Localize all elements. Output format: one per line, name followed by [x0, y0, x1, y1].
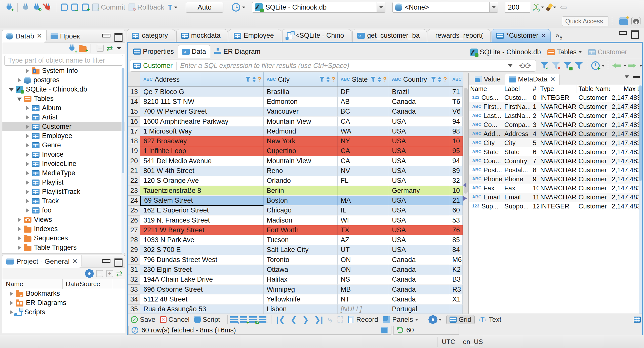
cell-address[interactable]: 319 N. Frances Street — [140, 215, 264, 225]
row-number[interactable]: 33 — [128, 285, 140, 294]
custom-filter-icon[interactable] — [575, 62, 583, 69]
editor-tab[interactable]: get_customer_ba — [352, 29, 427, 42]
locale-indicator[interactable]: en_US — [463, 335, 483, 348]
row-number[interactable]: 27 — [128, 225, 140, 235]
add-row-button[interactable]: + — [240, 316, 247, 323]
column-header-datasource[interactable]: DataSource — [63, 279, 113, 289]
dbeaver-perspective-icon[interactable] — [631, 17, 640, 25]
expand-arrow-icon[interactable] — [25, 115, 30, 120]
row-number[interactable]: 25 — [128, 206, 140, 215]
minimize-icon[interactable] — [102, 258, 109, 265]
tab-data[interactable]: Data — [178, 45, 210, 58]
cell-country[interactable]: Brazil — [389, 87, 449, 97]
cell-address[interactable]: 796 Dundas Street West — [140, 255, 264, 265]
row-number[interactable]: 16 — [128, 117, 140, 126]
metadata-row[interactable]: ABCFirst... FirstNa... 1 NVARCHAR Custom… — [469, 102, 642, 111]
cell-city[interactable]: Boston — [264, 196, 338, 205]
new-sql-editor-button[interactable]: + — [82, 4, 89, 11]
cell-city[interactable]: Orlando — [264, 176, 338, 186]
cell-country[interactable]: USA — [389, 126, 449, 136]
settings-button[interactable] — [429, 316, 442, 323]
metadata-row[interactable]: ABCAdd... Address 4 NVARCHAR Customer 2,… — [469, 129, 642, 138]
cell-country[interactable]: USA — [389, 156, 449, 166]
tree-item[interactable]: Sequences — [2, 234, 125, 243]
breadcrumb-table[interactable]: Customer — [588, 48, 627, 56]
expand-arrow-icon[interactable] — [25, 68, 30, 73]
grid-view-toggle[interactable]: Grid — [446, 315, 475, 324]
tab-projects[interactable]: Проек — [47, 30, 84, 42]
tree-item[interactable]: Album — [2, 103, 125, 113]
cell-city[interactable]: Halifax — [264, 275, 338, 285]
expand-arrow-icon[interactable] — [17, 217, 22, 222]
cell-address[interactable]: 801 W 4th Street — [140, 166, 264, 176]
next-page-icon[interactable] — [628, 63, 636, 68]
save-filter-icon[interactable] — [564, 62, 571, 69]
metadata-row[interactable]: ABCCou... Country 7 NVARCHAR Customer 2,… — [469, 156, 642, 165]
cell-city[interactable]: New York — [264, 136, 338, 146]
expand-arrow-icon[interactable] — [17, 236, 22, 241]
tab-metadata[interactable]: MetaData ✕ — [505, 74, 560, 85]
cell-postalcode-partial[interactable]: R3 — [449, 285, 463, 294]
maximize-icon[interactable] — [630, 30, 638, 36]
column-header-name[interactable]: Name — [2, 279, 63, 289]
commit-button[interactable]: ✓Commit — [92, 3, 125, 11]
cell-city[interactable]: Brasília — [264, 87, 338, 97]
tree-item[interactable]: Track — [2, 196, 125, 206]
expand-arrow-icon[interactable] — [9, 87, 14, 92]
cell-country[interactable]: USA — [389, 245, 449, 255]
row-number[interactable]: 19 — [128, 146, 140, 156]
transaction-history-button[interactable] — [232, 3, 245, 12]
view-menu-icon[interactable] — [117, 47, 121, 50]
cancel-button[interactable]: ✕Cancel — [160, 316, 190, 324]
column-filter-icon[interactable] — [319, 77, 325, 82]
cell-postalcode-partial[interactable]: T6 — [449, 97, 463, 107]
perspective-dba-icon[interactable] — [619, 17, 628, 25]
tree-item[interactable]: Artist — [2, 113, 125, 122]
expand-arrow-icon[interactable] — [25, 143, 30, 148]
column-header-table-name[interactable]: Table Name — [577, 85, 610, 93]
cell-postalcode-partial[interactable]: 71 — [449, 87, 463, 97]
row-number[interactable]: 28 — [128, 235, 140, 245]
column-header-max-length[interactable]: Max L — [610, 85, 642, 93]
new-connection-button[interactable]: + — [5, 3, 13, 12]
database-select-arrow[interactable] — [377, 2, 385, 12]
collapse-all-button[interactable]: – — [97, 45, 104, 52]
tree-item[interactable]: foo — [2, 206, 125, 215]
column-header[interactable]: ABC City ? — [264, 72, 338, 86]
close-icon[interactable]: ✕ — [72, 257, 78, 265]
tab-overflow-button[interactable]: »5 — [555, 31, 562, 42]
column-header-number[interactable]: # — [532, 85, 539, 93]
cell-city[interactable]: Redmond — [264, 126, 338, 136]
expand-arrow-icon[interactable] — [25, 106, 30, 111]
tree-item[interactable]: Employee — [2, 131, 125, 141]
metadata-row[interactable]: 123Sup... Suppo... 12 INTEGER Customer 2… — [469, 202, 642, 211]
reconnect-button[interactable]: ⟲ — [33, 3, 41, 12]
open-sql-editor-button[interactable]: → — [71, 4, 78, 11]
cell-state[interactable]: [NULL] — [338, 304, 389, 314]
editor-tab[interactable]: rewards_report( — [428, 29, 491, 42]
metadata-row[interactable]: ABCCo... Compa... 3 NVARCHAR Customer 2,… — [469, 120, 642, 129]
cell-state[interactable]: MA — [338, 196, 389, 205]
row-number[interactable]: 18 — [128, 136, 140, 146]
cell-country[interactable]: Portugal — [389, 304, 449, 314]
panels-button[interactable]: Panels — [383, 316, 418, 324]
cell-postalcode-partial[interactable]: 89 — [449, 166, 463, 176]
column-header-type[interactable]: Type — [539, 85, 577, 93]
cell-country[interactable]: USA — [389, 176, 449, 186]
cell-postalcode-partial[interactable]: 10 — [449, 136, 463, 146]
cell-postalcode-partial[interactable]: 60 — [449, 206, 463, 215]
tree-item[interactable]: Playlist — [2, 178, 125, 187]
link-editor-icon[interactable]: ⇄ — [116, 269, 123, 278]
cell-postalcode-partial[interactable]: B3 — [449, 275, 463, 285]
expand-arrow-icon[interactable] — [17, 96, 22, 101]
tree-scrollbar[interactable] — [122, 68, 125, 254]
tree-item[interactable]: Data Types — [2, 252, 125, 253]
row-number[interactable]: 35 — [128, 304, 140, 314]
cell-city[interactable]: Edmonton — [264, 97, 338, 107]
last-row-button[interactable]: ❯| — [314, 315, 323, 324]
cell-country[interactable]: USA — [389, 206, 449, 215]
row-number[interactable]: 23 — [128, 186, 140, 196]
cell-postalcode-partial[interactable]: K2 — [449, 265, 463, 275]
metadata-row[interactable]: ABCPost... Postal... 8 NVARCHAR Customer… — [469, 165, 642, 175]
cell-state[interactable]: NY — [338, 136, 389, 146]
